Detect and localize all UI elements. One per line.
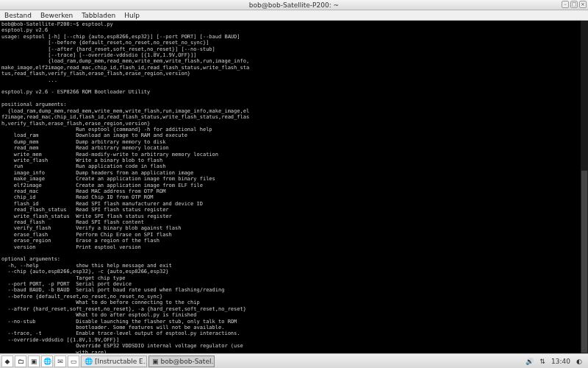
menu-help[interactable]: Hulp (124, 10, 140, 20)
taskbar-item-browser[interactable]: 🌐 [Instructable E… (81, 355, 147, 367)
window-controls: – □ × (562, 1, 587, 8)
close-button[interactable]: × (579, 1, 587, 8)
system-tray: 🔊 ⇅ 13:40 ◐ (525, 357, 588, 366)
taskbar-item-terminal[interactable]: ▣ bob@bob-Satel… (148, 355, 215, 367)
scrollbar[interactable] (581, 21, 588, 353)
taskbar-left: ◆ 🗀 ▣ 🌐 ✉ ▭ 🌐 [Instructable E… ▣ bob@bob… (0, 355, 215, 367)
maximize-button[interactable]: □ (570, 1, 578, 8)
task-label: [Instructable E… (95, 358, 147, 365)
start-menu-icon[interactable]: ◆ (1, 355, 13, 367)
user-menu-icon[interactable]: ◐ (575, 357, 584, 366)
terminal-view[interactable]: bob@bob-Satellite-P200:~$ esptool.py esp… (0, 21, 588, 353)
shell-prompt: bob@bob-Satellite-P200:~$ (1, 21, 82, 27)
globe-icon: 🌐 (85, 358, 93, 365)
terminal-output: esptool.py v2.6 usage: esptool [-h] [--c… (1, 27, 249, 353)
menu-tabs[interactable]: Tabbladen (82, 10, 115, 20)
menu-bar: Bestand Bewerken Tabbladen Hulp (0, 10, 588, 21)
taskbar: ◆ 🗀 ▣ 🌐 ✉ ▭ 🌐 [Instructable E… ▣ bob@bob… (0, 353, 588, 368)
browser-icon[interactable]: 🌐 (41, 355, 53, 367)
task-label: bob@bob-Satel… (161, 358, 215, 365)
window-title: bob@bob-Satellite-P200: ~ (249, 1, 339, 9)
command-text: esptool.py (82, 21, 113, 27)
file-manager-icon[interactable]: 🗀 (15, 355, 26, 367)
menu-file[interactable]: Bestand (4, 10, 32, 20)
scroll-thumb[interactable] (581, 170, 588, 353)
minimize-button[interactable]: – (562, 1, 569, 8)
terminal-small-icon: ▣ (152, 358, 159, 365)
clock[interactable]: 13:40 (551, 358, 570, 365)
volume-icon[interactable]: 🔊 (525, 357, 534, 366)
mail-icon[interactable]: ✉ (54, 355, 66, 367)
window-titlebar: bob@bob-Satellite-P200: ~ – □ × (0, 0, 588, 10)
show-desktop-icon[interactable]: ▭ (68, 355, 79, 367)
terminal-icon[interactable]: ▣ (28, 355, 40, 367)
network-icon[interactable]: ⇅ (538, 357, 547, 366)
menu-edit[interactable]: Bewerken (40, 10, 73, 20)
